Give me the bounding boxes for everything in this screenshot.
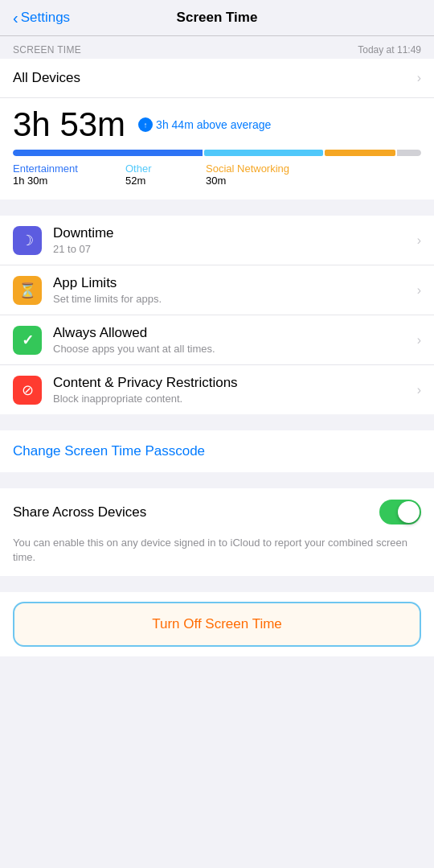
share-row: Share Across Devices [0,488,434,536]
app-limits-icon-glyph: ⏳ [18,282,36,299]
label-social: Social Networking 30m [206,162,334,187]
timestamp: Today at 11:49 [358,44,421,56]
bar-gray [397,150,421,156]
app-limits-content: App Limits Set time limits for apps. [53,275,417,305]
screen-time-header: SCREEN TIME Today at 11:49 [0,36,434,59]
divider-1 [0,200,434,216]
downtime-icon-glyph: ☽ [21,232,34,249]
back-chevron-icon: ‹ [13,9,18,27]
above-avg-icon: ↑ [138,117,153,132]
app-limits-icon: ⏳ [13,276,42,305]
social-label: Social Networking [206,162,334,175]
above-average-badge: ↑ 3h 44m above average [138,117,271,132]
content-privacy-icon-glyph: ⊘ [22,381,34,399]
stats-area: 3h 53m ↑ 3h 44m above average Entertainm… [0,98,434,200]
entertainment-label: Entertainment [13,162,125,175]
bar-social [325,150,396,156]
content-privacy-chevron: › [417,383,421,397]
above-avg-text: 3h 44m above average [156,118,271,131]
back-button[interactable]: ‹ Settings [13,9,70,27]
chevron-right-icon: › [417,71,421,85]
bar-entertainment [13,150,203,156]
menu-section: ☽ Downtime 21 to 07 › ⏳ App Limits Set t… [0,216,434,414]
section-label: SCREEN TIME [13,44,81,56]
app-limits-row[interactable]: ⏳ App Limits Set time limits for apps. › [0,265,434,315]
nav-bar: ‹ Settings Screen Time [0,0,434,36]
label-other: Other 52m [125,162,206,187]
share-toggle[interactable] [379,500,421,525]
back-label: Settings [21,10,70,26]
divider-3 [0,472,434,488]
passcode-link[interactable]: Change Screen Time Passcode [13,443,205,459]
always-allowed-content: Always Allowed Choose apps you want at a… [53,325,417,355]
always-allowed-subtitle: Choose apps you want at all times. [53,343,417,355]
passcode-section[interactable]: Change Screen Time Passcode [0,430,434,472]
always-allowed-row[interactable]: ✓ Always Allowed Choose apps you want at… [0,315,434,365]
all-devices-row[interactable]: All Devices › [0,59,434,98]
downtime-icon: ☽ [13,226,42,255]
content-privacy-row[interactable]: ⊘ Content & Privacy Restrictions Block i… [0,365,434,414]
always-allowed-icon-glyph: ✓ [22,331,34,349]
downtime-chevron: › [417,233,421,248]
content-privacy-icon: ⊘ [13,376,42,405]
always-allowed-title: Always Allowed [53,325,417,341]
app-limits-chevron: › [417,283,421,298]
page-title: Screen Time [177,10,258,26]
entertainment-time: 1h 30m [13,175,125,187]
content-privacy-subtitle: Block inappropriate content. [53,393,417,405]
always-allowed-chevron: › [417,333,421,348]
label-entertainment: Entertainment 1h 30m [13,162,125,187]
app-limits-title: App Limits [53,275,417,291]
toggle-knob [398,501,420,523]
downtime-content: Downtime 21 to 07 [53,225,417,255]
content-privacy-title: Content & Privacy Restrictions [53,375,417,391]
above-avg-arrow: ↑ [144,121,148,130]
social-time: 30m [206,175,334,187]
share-label: Share Across Devices [13,504,146,520]
divider-2 [0,414,434,430]
turn-off-button[interactable]: Turn Off Screen Time [13,602,421,647]
other-label: Other [125,162,206,175]
share-description: You can enable this on any device signed… [0,536,434,576]
all-devices-label: All Devices [13,70,80,86]
content-privacy-content: Content & Privacy Restrictions Block ina… [53,375,417,405]
turn-off-section: Turn Off Screen Time [0,592,434,656]
divider-4 [0,576,434,592]
other-time: 52m [125,175,206,187]
bar-labels: Entertainment 1h 30m Other 52m Social Ne… [13,162,421,187]
downtime-row[interactable]: ☽ Downtime 21 to 07 › [0,216,434,265]
total-screen-time: 3h 53m [13,108,125,142]
downtime-subtitle: 21 to 07 [53,243,417,255]
usage-progress-bar [13,150,421,156]
always-allowed-icon: ✓ [13,326,42,355]
downtime-title: Downtime [53,225,417,241]
share-section: Share Across Devices You can enable this… [0,488,434,576]
bar-other [204,150,323,156]
app-limits-subtitle: Set time limits for apps. [53,293,417,305]
